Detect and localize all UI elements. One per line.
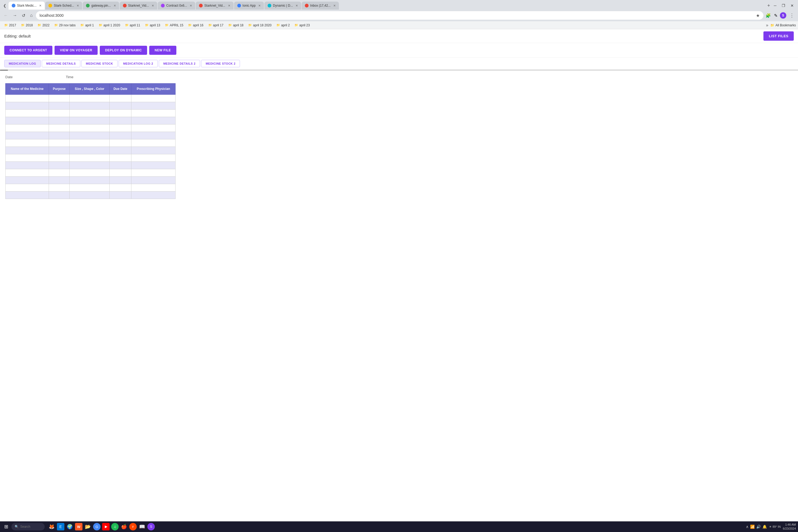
table-cell[interactable] [70,169,110,176]
bookmark-6[interactable]: 📁april 11 [123,23,142,28]
extension-icon-1[interactable]: 🧩 [765,12,772,19]
home-button[interactable]: ⌂ [28,12,34,19]
table-cell[interactable] [70,184,110,191]
reload-button[interactable]: ↺ [20,12,27,19]
bookmarks-more-button[interactable]: » [766,23,768,28]
table-cell[interactable] [131,94,175,102]
table-cell[interactable] [5,109,49,117]
table-cell[interactable] [70,147,110,154]
table-cell[interactable] [131,191,175,199]
taskbar-icon-9[interactable]: 🍎 [120,523,128,530]
taskbar-clock[interactable]: 1:46 AM 6/23/2024 [783,523,796,531]
table-cell[interactable] [49,191,70,199]
table-cell[interactable] [109,191,131,199]
table-cell[interactable] [70,109,110,117]
table-cell[interactable] [131,184,175,191]
table-cell[interactable] [49,147,70,154]
taskbar-icon-11[interactable]: 📖 [138,523,146,530]
table-cell[interactable] [109,109,131,117]
tab-medicine-stock[interactable]: MEDICINE STOCK [81,60,118,67]
table-cell[interactable] [131,162,175,169]
list-files-button[interactable]: LIST FILES [763,32,794,41]
back-button[interactable]: ← [2,12,10,19]
table-cell[interactable] [70,162,110,169]
taskbar-icon-8[interactable]: ♫ [111,523,119,530]
bookmark-7[interactable]: 📁april 13 [143,23,162,28]
table-cell[interactable] [5,184,49,191]
tab-medication-log[interactable]: MEDICATION LOG [4,60,41,67]
notification-icon[interactable]: 🔔 [762,525,767,529]
bookmark-10[interactable]: 📁april 17 [206,23,226,28]
table-cell[interactable] [49,94,70,102]
scroll-thumb[interactable] [0,70,8,71]
table-cell[interactable] [49,139,70,147]
new-tab-button[interactable]: + [766,3,772,8]
table-cell[interactable] [109,102,131,109]
table-cell[interactable] [70,117,110,124]
table-cell[interactable] [5,124,49,132]
view-voyager[interactable]: VIEW ON VOYAGER [55,46,98,55]
bookmark-1[interactable]: 📁2018 [19,23,35,28]
tray-icon-1[interactable]: ∧ [746,525,748,529]
table-cell[interactable] [131,132,175,139]
browser-tab-5[interactable]: Starknet_Vid... ✕ [196,2,233,10]
extension-icon-2[interactable]: ✎ [773,12,779,19]
speaker-icon[interactable]: 🔊 [756,525,761,529]
table-cell[interactable] [131,147,175,154]
table-cell[interactable] [5,191,49,199]
table-cell[interactable] [5,117,49,124]
table-cell[interactable] [49,124,70,132]
forward-button[interactable]: → [11,12,19,19]
tab-medicine-details-2[interactable]: MEDICINE DETAILS 2 [159,60,200,67]
bookmark-11[interactable]: 📁april 18 [226,23,246,28]
browser-tab-1[interactable]: Stark-Sched... ✕ [45,2,82,10]
taskbar-icon-2[interactable]: E [57,523,64,530]
table-cell[interactable] [5,147,49,154]
table-cell[interactable] [109,162,131,169]
url-bar[interactable]: localhost:3000 ★ [36,11,763,20]
taskbar-icon-6[interactable]: G [93,523,100,530]
table-cell[interactable] [131,102,175,109]
extension-icon-3[interactable]: S [780,12,786,19]
bookmark-star-button[interactable]: ★ [756,13,760,18]
taskbar-search[interactable]: 🔍 [12,523,45,530]
taskbar-icon-5[interactable]: 📂 [84,523,92,530]
table-cell[interactable] [109,124,131,132]
tab-medicine-details[interactable]: MEDICINE DETAILS [42,60,80,67]
bookmark-0[interactable]: 📁2017 [2,23,18,28]
table-cell[interactable] [70,191,110,199]
restore-button[interactable]: ❐ [780,3,787,8]
browser-tab-4[interactable]: Contract 0x6... ✕ [158,2,195,10]
table-cell[interactable] [5,102,49,109]
bookmark-3[interactable]: 📁29 nov tabs [52,23,78,28]
table-cell[interactable] [49,109,70,117]
table-cell[interactable] [5,94,49,102]
taskbar-search-input[interactable] [20,525,41,529]
table-cell[interactable] [70,132,110,139]
browser-tab-3[interactable]: Starknet_Vid... ✕ [120,2,157,10]
taskbar-icon-1[interactable]: 🦊 [48,523,55,530]
close-button[interactable]: ✕ [789,3,795,8]
table-cell[interactable] [49,169,70,176]
table-cell[interactable] [131,117,175,124]
table-cell[interactable] [70,102,110,109]
deploy-dynamic[interactable]: DEPLOY ON DYNAMIC [100,46,147,55]
bookmark-8[interactable]: 📁APRIL 15 [163,23,185,28]
table-cell[interactable] [49,154,70,162]
bookmark-14[interactable]: 📁april 23 [292,23,312,28]
browser-tab-7[interactable]: Dynamic | D... ✕ [264,2,301,10]
browser-tab-2[interactable]: gateway.pin... ✕ [83,2,119,10]
table-cell[interactable] [49,102,70,109]
table-cell[interactable] [49,184,70,191]
taskbar-icon-3[interactable]: 🌍 [66,523,73,530]
table-cell[interactable] [5,154,49,162]
bookmark-4[interactable]: 📁april 1 [78,23,96,28]
table-cell[interactable] [109,147,131,154]
table-cell[interactable] [49,132,70,139]
table-cell[interactable] [131,124,175,132]
table-cell[interactable] [109,117,131,124]
tab-back-arrow[interactable]: ❮ [2,2,8,9]
bookmark-5[interactable]: 📁april 1 2020 [97,23,122,28]
table-cell[interactable] [49,176,70,184]
table-cell[interactable] [109,139,131,147]
